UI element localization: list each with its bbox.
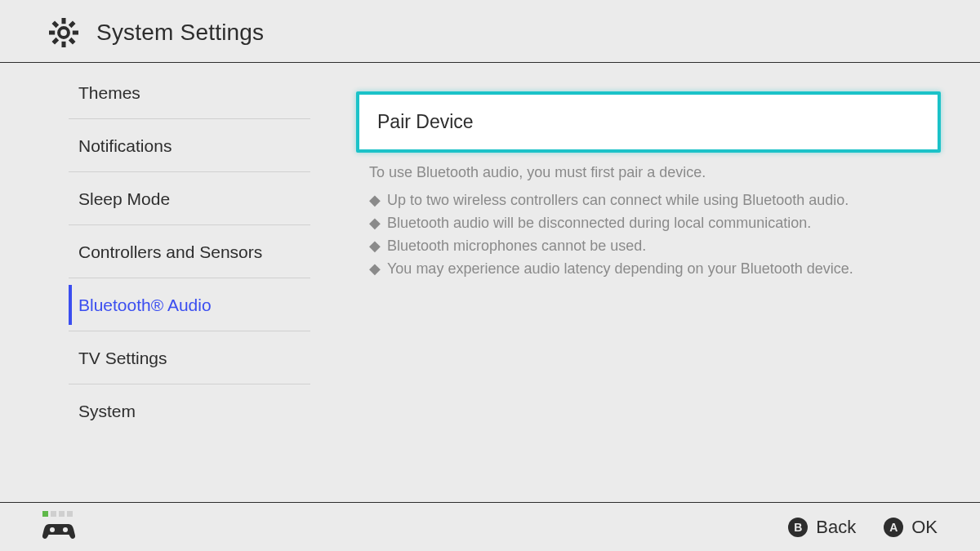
list-item: ◆Bluetooth microphones cannot be used. bbox=[369, 235, 941, 258]
player-leds bbox=[42, 511, 73, 517]
svg-point-4 bbox=[63, 527, 68, 532]
controller-icon bbox=[42, 521, 75, 544]
b-button-icon: B bbox=[788, 518, 808, 537]
content: Themes Notifications Sleep Mode Controll… bbox=[0, 63, 980, 484]
diamond-bullet-icon: ◆ bbox=[369, 189, 381, 212]
ok-button[interactable]: A OK bbox=[884, 517, 938, 538]
sidebar-item-notifications[interactable]: Notifications bbox=[0, 119, 327, 172]
sidebar-item-themes[interactable]: Themes bbox=[0, 66, 327, 119]
sidebar-item-label: Controllers and Sensors bbox=[78, 242, 262, 262]
sidebar-item-label: System bbox=[78, 402, 136, 421]
controller-indicator bbox=[0, 511, 75, 544]
bullet-text: You may experience audio latency dependi… bbox=[387, 258, 853, 281]
bullet-text: Up to two wireless controllers can conne… bbox=[387, 189, 849, 212]
svg-point-2 bbox=[60, 29, 67, 36]
ok-label: OK bbox=[911, 517, 938, 538]
diamond-bullet-icon: ◆ bbox=[369, 212, 381, 235]
page-title: System Settings bbox=[96, 20, 264, 46]
sidebar-item-label: Bluetooth® Audio bbox=[78, 295, 212, 315]
sidebar: Themes Notifications Sleep Mode Controll… bbox=[0, 63, 327, 484]
sidebar-item-controllers-sensors[interactable]: Controllers and Sensors bbox=[0, 225, 327, 278]
svg-rect-1 bbox=[61, 18, 65, 24]
list-item: ◆Up to two wireless controllers can conn… bbox=[369, 189, 941, 212]
svg-point-3 bbox=[50, 527, 55, 532]
sidebar-item-label: TV Settings bbox=[78, 349, 167, 368]
sidebar-item-sleep-mode[interactable]: Sleep Mode bbox=[0, 172, 327, 225]
diamond-bullet-icon: ◆ bbox=[369, 235, 381, 258]
list-item: ◆Bluetooth audio will be disconnected du… bbox=[369, 212, 941, 235]
back-button[interactable]: B Back bbox=[788, 517, 856, 538]
sidebar-item-label: Notifications bbox=[78, 136, 172, 156]
list-item: ◆You may experience audio latency depend… bbox=[369, 258, 941, 281]
diamond-bullet-icon: ◆ bbox=[369, 258, 381, 281]
footer: B Back A OK bbox=[0, 502, 980, 551]
bullet-text: Bluetooth microphones cannot be used. bbox=[387, 235, 646, 258]
sidebar-item-label: Sleep Mode bbox=[78, 189, 170, 209]
back-label: Back bbox=[816, 517, 856, 538]
gear-icon bbox=[49, 18, 78, 47]
pair-device-label: Pair Device bbox=[377, 111, 474, 132]
sidebar-item-bluetooth-audio[interactable]: Bluetooth® Audio bbox=[0, 278, 327, 331]
intro-text: To use Bluetooth audio, you must first p… bbox=[356, 164, 941, 181]
main-panel: Pair Device To use Bluetooth audio, you … bbox=[327, 63, 980, 484]
a-button-icon: A bbox=[884, 518, 903, 537]
sidebar-item-label: Themes bbox=[78, 83, 140, 103]
sidebar-item-system[interactable]: System bbox=[0, 384, 327, 438]
pair-device-button[interactable]: Pair Device bbox=[356, 91, 941, 153]
bullet-list: ◆Up to two wireless controllers can conn… bbox=[356, 189, 941, 281]
bullet-text: Bluetooth audio will be disconnected dur… bbox=[387, 212, 811, 235]
header: System Settings bbox=[0, 0, 980, 63]
sidebar-item-tv-settings[interactable]: TV Settings bbox=[0, 331, 327, 384]
